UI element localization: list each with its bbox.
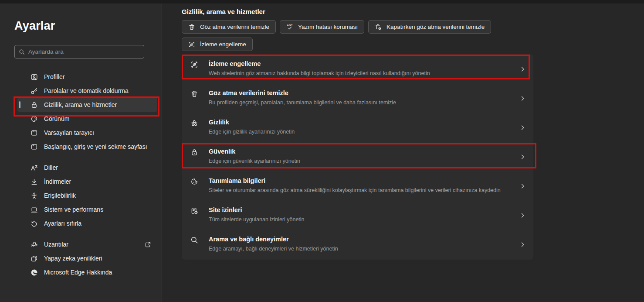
search-input[interactable]	[28, 48, 140, 55]
sidebar-item-label: Uzantılar	[44, 241, 68, 248]
row-privacy[interactable]: Gizlilik Edge için gizlilik ayarlarınızı…	[182, 113, 533, 142]
cookie-icon	[190, 178, 198, 185]
download-icon	[31, 178, 38, 185]
sidebar-item-privacy[interactable]: Gizlilik, arama ve hizmetler	[17, 98, 157, 112]
languages-icon	[31, 164, 38, 172]
sidebar-item-label: İndirmeler	[44, 178, 71, 185]
page-title: Gizlilik, arama ve hizmetler	[182, 8, 644, 15]
sidebar-item-ai-innovations[interactable]: Yapay zeka yenilikleri	[17, 251, 157, 265]
row-cookies[interactable]: Tanımlama bilgileri Siteler ve oturumlar…	[182, 172, 533, 201]
sidebar-item-downloads[interactable]: İndirmeler	[17, 175, 157, 189]
row-subtitle: Siteler ve oturumlar arasında göz atma s…	[209, 187, 501, 193]
sidebar-item-label: Diller	[44, 164, 58, 171]
sidebar-item-start-home-newtab[interactable]: Başlangıç, giriş ve yeni sekme sayfası	[17, 140, 157, 154]
site-permissions-icon	[190, 207, 198, 215]
row-title: Arama ve bağlı deneyimler	[209, 236, 338, 243]
laptop-icon	[31, 206, 38, 213]
window-top-edge	[0, 0, 644, 3]
quick-actions: Göz atma verilerini temizle Yazım hatası…	[182, 20, 539, 51]
tracking-prevention-icon	[188, 41, 195, 48]
button-label: Yazım hatası koruması	[298, 24, 358, 30]
sidebar-item-label: Sistem ve performans	[44, 206, 103, 213]
sidebar-item-default-browser[interactable]: Varsayılan tarayıcı	[17, 126, 157, 140]
puzzle-icon	[31, 241, 38, 248]
start-page-icon	[31, 143, 38, 151]
chevron-right-icon	[520, 183, 525, 189]
sidebar-item-label: Microsoft Edge Hakkında	[44, 269, 112, 276]
sidebar-item-label: Yapay zeka yenilikleri	[44, 255, 102, 262]
clear-data-on-close-button[interactable]: Kapatırken göz atma verilerini temizle	[368, 20, 491, 34]
chevron-right-icon	[520, 66, 525, 72]
sidebar-nav: Profiller Parolalar ve otomatik doldurma…	[0, 70, 162, 279]
sidebar-item-label: Erişilebilirlik	[44, 192, 76, 199]
row-subtitle: Tüm sitelerde uygulanan izinleri yönetin	[209, 216, 305, 223]
sidebar-item-label: Profiller	[44, 73, 64, 80]
incognito-icon	[190, 119, 198, 127]
row-subtitle: Edge aramayı, bağlı deneyimleri ve hizme…	[209, 246, 338, 252]
clear-browsing-data-button[interactable]: Göz atma verilerini temizle	[182, 20, 276, 34]
row-title: Gizlilik	[209, 119, 295, 126]
row-title: Göz atma verilerini temizle	[209, 89, 396, 96]
spellcheck-icon	[286, 24, 293, 31]
reset-icon	[31, 220, 38, 227]
sidebar-item-passwords[interactable]: Parolalar ve otomatik doldurma	[17, 84, 157, 98]
row-subtitle: Edge için gizlilik ayarlarınızı yönetin	[209, 129, 295, 135]
chevron-right-icon	[520, 96, 525, 101]
privacy-settings-card: İzleme engelleme Web sitelerinin göz atm…	[182, 54, 533, 260]
edge-logo-icon	[31, 269, 38, 276]
tracking-prevention-button[interactable]: İzleme engelleme	[182, 38, 253, 51]
sidebar-item-system-performance[interactable]: Sistem ve performans	[17, 202, 157, 216]
search-icon	[190, 236, 198, 244]
button-label: Kapatırken göz atma verilerini temizle	[386, 24, 485, 30]
settings-sidebar: Ayarlar Profiller Parolalar ve otomatik …	[0, 3, 162, 302]
lock-icon	[31, 101, 38, 109]
trash-icon	[188, 24, 195, 31]
sidebar-item-label: Parolalar ve otomatik doldurma	[44, 87, 129, 94]
row-site-permissions[interactable]: Site izinleri Tüm sitelerde uygulanan iz…	[182, 201, 533, 230]
row-subtitle: Bu profilden geçmişi, parolaları, tanıml…	[209, 100, 396, 106]
row-title: Tanımlama bilgileri	[209, 177, 501, 184]
button-label: Göz atma verilerini temizle	[200, 24, 269, 30]
sidebar-item-label: Gizlilik, arama ve hizmetler	[44, 101, 117, 108]
sidebar-item-about-edge[interactable]: Microsoft Edge Hakkında	[17, 265, 157, 279]
row-title: Güvenlik	[209, 148, 300, 155]
button-label: İzleme engelleme	[200, 41, 246, 48]
sidebar-item-profiles[interactable]: Profiller	[17, 70, 157, 84]
chevron-right-icon	[520, 242, 525, 247]
accessibility-icon	[31, 192, 38, 199]
search-icon	[19, 49, 25, 55]
sidebar-item-label: Görünüm	[44, 115, 69, 122]
browser-icon	[31, 129, 38, 137]
palette-icon	[31, 115, 38, 123]
chevron-right-icon	[520, 125, 525, 130]
tracking-prevention-icon	[190, 61, 198, 69]
row-tracking-prevention[interactable]: İzleme engelleme Web sitelerinin göz atm…	[182, 55, 533, 84]
row-security[interactable]: Güvenlik Edge için güvenlik ayarlarınızı…	[182, 142, 533, 172]
sidebar-item-extensions[interactable]: Uzantılar	[17, 237, 157, 251]
sidebar-item-label: Başlangıç, giriş ve yeni sekme sayfası	[44, 143, 147, 150]
settings-main-panel: Gizlilik, arama ve hizmetler Göz atma ve…	[163, 3, 644, 302]
row-subtitle: Web sitelerinin göz atmanız hakkında bil…	[209, 70, 430, 76]
profile-icon	[31, 73, 38, 81]
row-subtitle: Edge için güvenlik ayarlarınızı yönetin	[209, 158, 300, 164]
settings-title: Ayarlar	[14, 19, 162, 33]
settings-search[interactable]	[14, 45, 144, 58]
typo-protection-button[interactable]: Yazım hatası koruması	[280, 20, 364, 34]
trash-icon	[190, 90, 198, 98]
ai-icon	[31, 255, 38, 262]
external-link-icon	[145, 241, 151, 248]
sidebar-item-reset-settings[interactable]: Ayarları sıfırla	[17, 216, 157, 230]
trash-clock-icon	[375, 24, 382, 31]
chevron-right-icon	[520, 213, 525, 218]
row-title: Site izinleri	[209, 206, 305, 213]
row-search-connected-experiences[interactable]: Arama ve bağlı deneyimler Edge aramayı, …	[182, 230, 533, 259]
lock-icon	[190, 148, 198, 156]
row-clear-browsing-data[interactable]: Göz atma verilerini temizle Bu profilden…	[182, 84, 533, 113]
sidebar-item-languages[interactable]: Diller	[17, 161, 157, 175]
key-icon	[31, 87, 38, 95]
sidebar-item-label: Ayarları sıfırla	[44, 220, 81, 227]
sidebar-item-appearance[interactable]: Görünüm	[17, 112, 157, 126]
chevron-right-icon	[520, 154, 525, 160]
row-title: İzleme engelleme	[209, 60, 430, 67]
sidebar-item-accessibility[interactable]: Erişilebilirlik	[17, 189, 157, 202]
